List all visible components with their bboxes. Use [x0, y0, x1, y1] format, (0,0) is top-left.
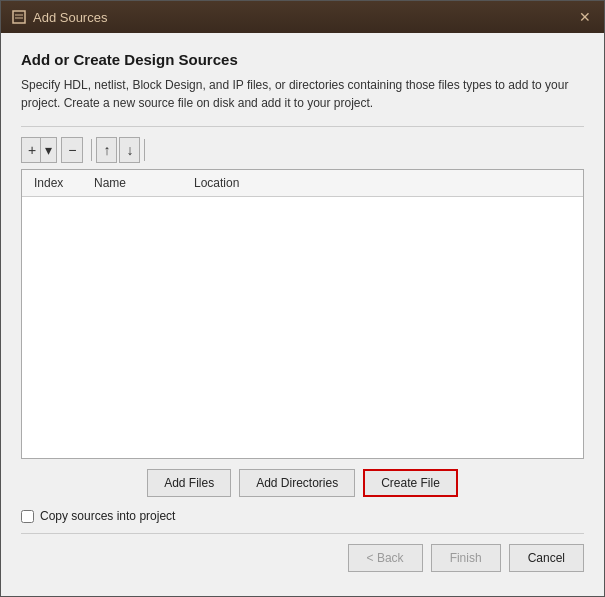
column-header-name: Name: [88, 174, 188, 192]
finish-button[interactable]: Finish: [431, 544, 501, 572]
column-header-location: Location: [188, 174, 577, 192]
svg-rect-0: [13, 11, 25, 23]
move-down-button[interactable]: ↓: [119, 137, 140, 163]
table-header: Index Name Location: [22, 170, 583, 197]
add-directories-button[interactable]: Add Directories: [239, 469, 355, 497]
back-button[interactable]: < Back: [348, 544, 423, 572]
down-icon: ↓: [126, 142, 133, 158]
top-divider: [21, 126, 584, 127]
add-icon: +: [28, 142, 36, 158]
action-buttons: Add Files Add Directories Create File: [21, 469, 584, 497]
dialog-title: Add Sources: [33, 10, 107, 25]
remove-icon: −: [68, 142, 76, 158]
toolbar-separator-2: [144, 139, 145, 161]
dialog-icon: [11, 9, 27, 25]
titlebar: Add Sources ✕: [1, 1, 604, 33]
section-heading: Add or Create Design Sources: [21, 51, 584, 68]
toolbar-separator-1: [91, 139, 92, 161]
up-icon: ↑: [103, 142, 110, 158]
add-dropdown-button[interactable]: ▾: [40, 137, 57, 163]
column-header-index: Index: [28, 174, 88, 192]
create-file-button[interactable]: Create File: [363, 469, 458, 497]
dropdown-icon: ▾: [45, 142, 52, 158]
dialog-content: Add or Create Design Sources Specify HDL…: [1, 33, 604, 596]
footer-buttons: < Back Finish Cancel: [21, 544, 584, 578]
table-body: [22, 197, 583, 457]
copy-sources-checkbox[interactable]: [21, 510, 34, 523]
close-button[interactable]: ✕: [576, 8, 594, 26]
copy-sources-label: Copy sources into project: [40, 509, 175, 523]
add-files-button[interactable]: Add Files: [147, 469, 231, 497]
add-button[interactable]: +: [21, 137, 40, 163]
remove-button[interactable]: −: [61, 137, 83, 163]
add-sources-dialog: Add Sources ✕ Add or Create Design Sourc…: [0, 0, 605, 597]
titlebar-left: Add Sources: [11, 9, 107, 25]
file-table: Index Name Location: [21, 169, 584, 459]
section-description: Specify HDL, netlist, Block Design, and …: [21, 76, 584, 112]
file-toolbar: + ▾ − ↑ ↓: [21, 137, 584, 163]
bottom-divider: [21, 533, 584, 534]
move-up-button[interactable]: ↑: [96, 137, 117, 163]
cancel-button[interactable]: Cancel: [509, 544, 584, 572]
copy-sources-row: Copy sources into project: [21, 505, 584, 527]
